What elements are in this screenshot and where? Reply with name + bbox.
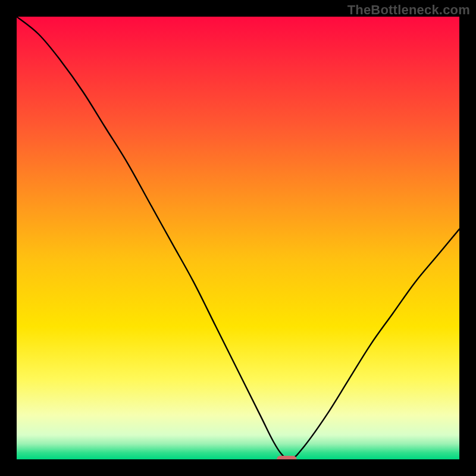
bottleneck-chart-svg <box>17 17 459 459</box>
plot-area <box>17 17 459 459</box>
chart-frame: TheBottleneck.com <box>0 0 476 476</box>
gradient-background <box>17 17 459 459</box>
optimum-marker <box>277 456 296 459</box>
watermark-label: TheBottleneck.com <box>347 2 470 18</box>
